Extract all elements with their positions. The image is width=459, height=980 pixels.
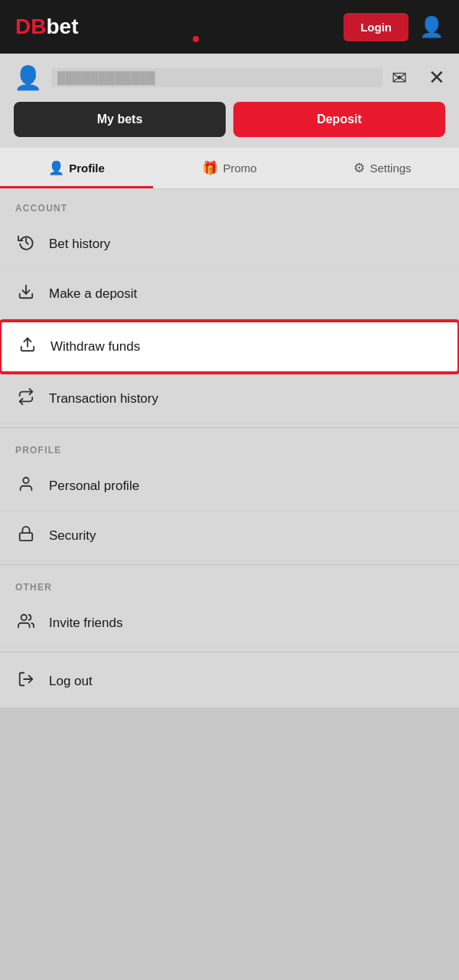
menu-item-security[interactable]: Security: [0, 511, 459, 561]
svg-rect-3: [20, 533, 33, 541]
transaction-history-label: Transaction history: [49, 391, 158, 407]
bet-history-label: Bet history: [49, 237, 110, 252]
promo-tab-icon: 🎁: [202, 160, 218, 176]
svg-point-2: [23, 478, 28, 483]
security-label: Security: [49, 528, 96, 544]
deposit-button[interactable]: Deposit: [233, 102, 445, 137]
header-right: Login 👤: [343, 13, 444, 41]
menu-item-invite-friends[interactable]: Invite friends: [0, 599, 459, 648]
profile-section-header: PROFILE: [0, 431, 459, 462]
tab-promo[interactable]: 🎁 Promo: [153, 148, 306, 188]
tab-profile-label: Profile: [69, 162, 105, 175]
tabs: 👤 Profile 🎁 Promo ⚙ Settings: [0, 148, 459, 189]
menu-panel: ACCOUNT Bet history Mak: [0, 189, 459, 707]
invite-friends-icon: [15, 612, 37, 634]
menu-item-bet-history[interactable]: Bet history: [0, 220, 459, 270]
notification-dot: [193, 36, 199, 42]
header: DBbet Login 👤: [0, 0, 459, 54]
overlay: 👤 ████████████ ✉ ✕ My bets Deposit 👤 Pro…: [0, 54, 459, 707]
menu-item-make-deposit[interactable]: Make a deposit: [0, 270, 459, 319]
bet-history-icon: [15, 234, 37, 255]
withdraw-funds-icon: [17, 336, 38, 358]
personal-profile-label: Personal profile: [49, 479, 139, 494]
other-section-header: OTHER: [0, 568, 459, 599]
close-panel-icon[interactable]: ✕: [428, 66, 445, 90]
personal-profile-icon: [15, 475, 37, 497]
user-avatar-icon: 👤: [14, 64, 42, 91]
tab-settings-label: Settings: [369, 162, 411, 175]
svg-point-4: [21, 615, 27, 620]
menu-item-personal-profile[interactable]: Personal profile: [0, 462, 459, 511]
invite-friends-label: Invite friends: [49, 616, 122, 631]
divider-account-profile: [0, 427, 459, 428]
login-button[interactable]: Login: [343, 13, 409, 41]
tab-promo-label: Promo: [223, 162, 256, 175]
transaction-history-icon: [15, 388, 37, 410]
divider-profile-other: [0, 564, 459, 565]
security-icon: [15, 525, 37, 547]
messages-icon[interactable]: ✉: [392, 67, 407, 89]
account-section-header: ACCOUNT: [0, 189, 459, 220]
profile-tab-icon: 👤: [48, 160, 64, 176]
my-bets-button[interactable]: My bets: [14, 102, 226, 137]
menu-item-withdraw-funds[interactable]: Withdraw funds: [0, 321, 459, 373]
divider-other-logout: [0, 652, 459, 652]
logo-db: DB: [15, 15, 46, 38]
withdraw-funds-label: Withdraw funds: [50, 339, 140, 354]
settings-tab-icon: ⚙: [353, 160, 365, 176]
logo: DBbet: [15, 15, 78, 39]
logout-label: Log out: [49, 674, 93, 689]
make-deposit-icon: [15, 283, 37, 305]
logo-bet: bet: [46, 15, 78, 38]
header-user-icon[interactable]: 👤: [419, 15, 444, 39]
action-buttons: My bets Deposit: [0, 102, 459, 148]
user-bar: 👤 ████████████ ✉ ✕: [0, 54, 459, 102]
logout-icon: [15, 671, 37, 692]
menu-item-transaction-history[interactable]: Transaction history: [0, 374, 459, 424]
tab-profile[interactable]: 👤 Profile: [0, 148, 153, 188]
tab-settings[interactable]: ⚙ Settings: [306, 148, 459, 188]
make-deposit-label: Make a deposit: [49, 286, 137, 302]
username-display: ████████████: [51, 68, 382, 87]
menu-item-logout[interactable]: Log out: [0, 655, 459, 707]
